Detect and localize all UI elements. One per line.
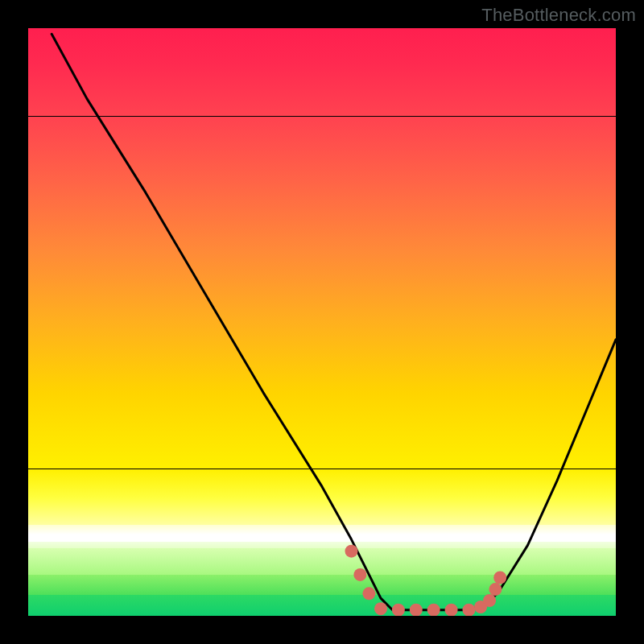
svg-point-0 — [345, 545, 358, 558]
svg-point-6 — [427, 604, 440, 616]
svg-point-4 — [392, 604, 405, 616]
svg-point-7 — [445, 604, 458, 616]
svg-point-10 — [483, 594, 496, 607]
svg-point-5 — [410, 604, 423, 616]
svg-point-1 — [353, 568, 366, 581]
svg-point-12 — [493, 572, 506, 584]
flat-zone-dots — [28, 28, 616, 616]
chart-stage: TheBottleneck.com — [0, 0, 644, 644]
svg-point-2 — [362, 587, 375, 600]
plot-area — [28, 28, 616, 616]
svg-point-11 — [489, 583, 502, 596]
watermark-text: TheBottleneck.com — [481, 5, 636, 26]
svg-point-3 — [374, 602, 387, 615]
svg-point-8 — [463, 604, 476, 616]
